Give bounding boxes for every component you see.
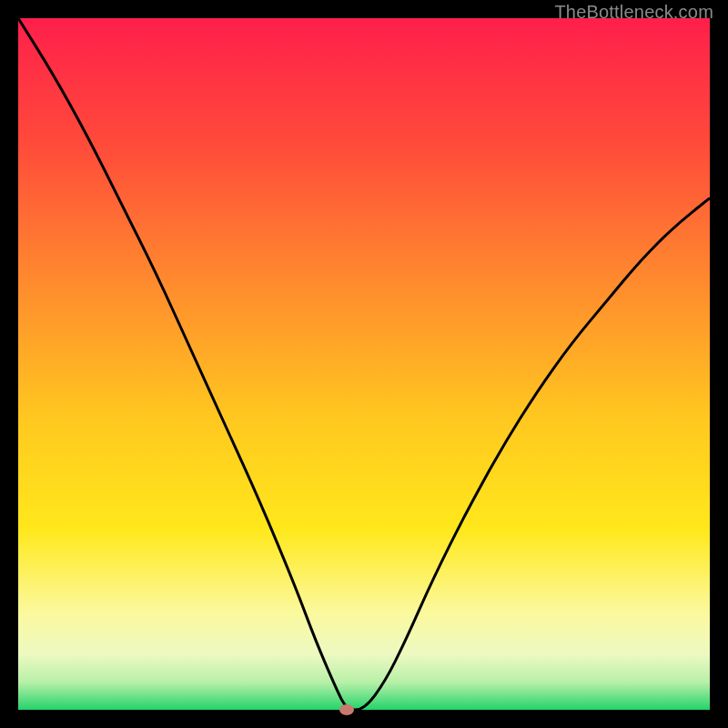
outer-frame: TheBottleneck.com [0,0,728,728]
curve-path [18,18,710,710]
optimal-point-marker [339,704,354,715]
bottleneck-curve [18,18,710,710]
watermark-text: TheBottleneck.com [554,2,713,23]
